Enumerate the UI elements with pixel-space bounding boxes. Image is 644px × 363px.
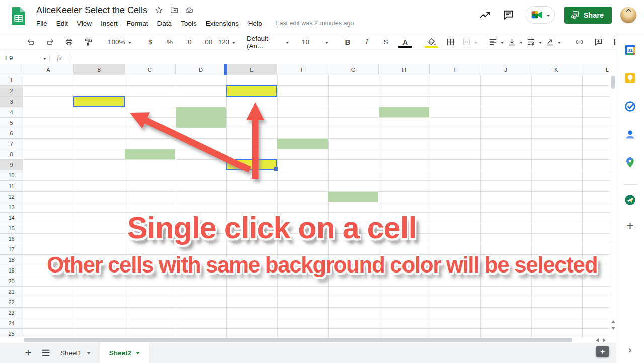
hide-side-panel-button[interactable]: › <box>628 344 632 356</box>
sheets-logo-icon[interactable] <box>12 7 25 25</box>
strikethrough-button[interactable]: S <box>377 36 394 49</box>
column-header-B[interactable]: B <box>74 64 125 75</box>
column-header-H[interactable]: H <box>379 64 430 75</box>
meet-button[interactable] <box>526 6 555 24</box>
spreadsheet-grid[interactable]: ABCDEFGHIJKL1234567891011121314151617181… <box>0 64 610 337</box>
row-header-2[interactable]: 2 <box>0 86 23 97</box>
cell-D4-D5[interactable] <box>176 107 226 128</box>
vertical-scrollbar[interactable] <box>610 64 616 337</box>
text-color-button[interactable]: A <box>396 36 414 49</box>
row-header-7[interactable]: 7 <box>0 139 23 149</box>
row-header-11[interactable]: 11 <box>0 181 23 192</box>
select-all-corner[interactable] <box>0 64 23 75</box>
tasks-icon[interactable] <box>624 100 636 113</box>
column-header-A[interactable]: A <box>23 64 74 75</box>
redo-button[interactable] <box>41 36 58 49</box>
add-sheet-button[interactable]: + <box>22 346 34 359</box>
row-header-18[interactable]: 18 <box>0 255 23 265</box>
menu-file[interactable]: File <box>36 19 51 28</box>
sheet-tab-sheet1[interactable]: Sheet1 <box>51 343 100 363</box>
italic-button[interactable]: I <box>358 36 375 49</box>
text-wrapping-button[interactable] <box>525 36 542 49</box>
row-header-24[interactable]: 24 <box>0 318 23 329</box>
row-header-6[interactable]: 6 <box>0 128 23 139</box>
format-as-percent-button[interactable]: % <box>161 36 178 49</box>
keep-icon[interactable] <box>624 72 636 84</box>
paint-format-button[interactable] <box>79 36 97 49</box>
share-button[interactable]: Share <box>564 7 612 24</box>
column-header-C[interactable]: C <box>125 64 176 75</box>
undo-button[interactable] <box>22 36 39 49</box>
contacts-icon[interactable] <box>624 128 636 141</box>
cell-F7[interactable] <box>277 139 328 149</box>
vertical-scrollbar-thumb[interactable] <box>611 76 615 89</box>
row-header-8[interactable]: 8 <box>0 149 23 160</box>
row-header-14[interactable]: 14 <box>0 213 23 223</box>
row-header-21[interactable]: 21 <box>0 287 23 297</box>
menu-view[interactable]: View <box>77 19 96 28</box>
more-formats-button[interactable]: 123 <box>218 36 235 49</box>
column-header-G[interactable]: G <box>328 64 379 75</box>
column-header-D[interactable]: D <box>176 64 226 75</box>
sheet-tab-sheet2[interactable]: Sheet2 <box>100 343 149 363</box>
borders-button[interactable] <box>442 36 459 49</box>
column-header-I[interactable]: I <box>430 64 480 75</box>
horizontal-scrollbar[interactable] <box>0 337 610 343</box>
scroll-right-arrow[interactable] <box>603 338 608 342</box>
increase-decimal-places-button[interactable]: .00 <box>199 36 216 49</box>
text-rotation-button[interactable] <box>544 36 561 49</box>
star-icon[interactable] <box>154 6 164 15</box>
decrease-decimal-places-button[interactable]: .0 <box>180 36 197 49</box>
menu-edit[interactable]: Edit <box>56 19 72 28</box>
maps-icon[interactable] <box>624 156 636 169</box>
row-header-16[interactable]: 16 <box>0 234 23 244</box>
cell-C8[interactable] <box>125 149 175 159</box>
move-folder-icon[interactable] <box>170 6 179 15</box>
row-header-12[interactable]: 12 <box>0 192 23 202</box>
menu-tools[interactable]: Tools <box>181 19 201 28</box>
last-edit-link[interactable]: Last edit was 2 minutes ago <box>276 20 354 27</box>
font-size-button[interactable]: 10 <box>300 36 330 49</box>
row-header-17[interactable]: 17 <box>0 244 23 255</box>
scroll-down-arrow[interactable] <box>611 327 615 332</box>
print-button[interactable] <box>60 36 77 49</box>
column-header-E[interactable]: E <box>226 64 277 75</box>
column-header-K[interactable]: K <box>531 64 582 75</box>
explore-button[interactable] <box>596 346 609 357</box>
horizontal-scrollbar-thumb[interactable] <box>24 338 572 342</box>
menu-format[interactable]: Format <box>127 19 152 28</box>
formula-input[interactable] <box>72 52 616 64</box>
row-header-10[interactable]: 10 <box>0 170 23 181</box>
row-header-3[interactable]: 3 <box>0 97 23 107</box>
row-header-5[interactable]: 5 <box>0 118 23 128</box>
row-header-4[interactable]: 4 <box>0 107 23 118</box>
row-header-25[interactable]: 25 <box>0 329 23 337</box>
hide-menus-button[interactable] <box>620 4 637 17</box>
row-header-13[interactable]: 13 <box>0 202 23 213</box>
menu-data[interactable]: Data <box>157 19 176 28</box>
menu-insert[interactable]: Insert <box>101 19 122 28</box>
row-header-22[interactable]: 22 <box>0 297 23 308</box>
cell-G12[interactable] <box>328 192 378 202</box>
vertical-align-button[interactable] <box>506 36 523 49</box>
insert-comment-button[interactable] <box>590 36 607 49</box>
row-header-23[interactable]: 23 <box>0 308 23 318</box>
fill-color-button[interactable] <box>423 36 440 49</box>
cloud-check-icon[interactable] <box>185 6 194 15</box>
scroll-left-arrow[interactable] <box>594 338 599 342</box>
get-add-ons-button[interactable]: + <box>626 220 633 232</box>
calendar-icon[interactable]: 31 <box>624 44 636 56</box>
column-header-F[interactable]: F <box>277 64 328 75</box>
row-header-19[interactable]: 19 <box>0 265 23 276</box>
cell-H4[interactable] <box>379 107 429 117</box>
format-as-currency-button[interactable]: $ <box>142 36 159 49</box>
menu-extensions[interactable]: Extensions <box>206 19 243 28</box>
row-header-1[interactable]: 1 <box>0 75 23 86</box>
insert-link-button[interactable] <box>571 36 588 49</box>
menu-help[interactable]: Help <box>248 19 266 28</box>
column-header-J[interactable]: J <box>480 64 531 75</box>
row-header-20[interactable]: 20 <box>0 276 23 287</box>
row-header-15[interactable]: 15 <box>0 223 23 234</box>
scroll-up-arrow[interactable] <box>611 318 615 323</box>
font-family-button[interactable]: Default (Ari… <box>245 36 291 49</box>
